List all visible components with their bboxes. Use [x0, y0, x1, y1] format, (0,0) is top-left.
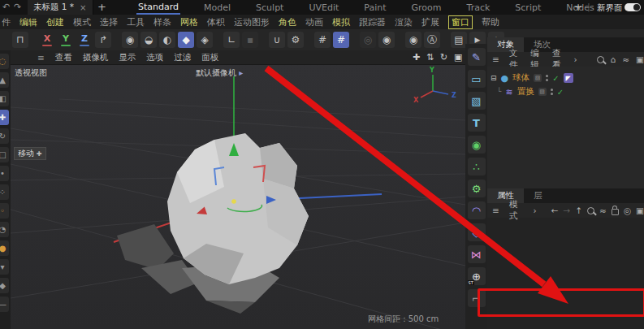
- menu-select[interactable]: 选择: [100, 16, 118, 28]
- menu-render[interactable]: 渲染: [395, 16, 413, 28]
- tab-layers[interactable]: 层: [524, 188, 552, 203]
- layout-tab-sculpt[interactable]: Sculpt: [254, 2, 285, 14]
- om-home-icon[interactable]: ⌂: [611, 54, 616, 64]
- polygons-mode-icon[interactable]: ◐: [159, 32, 175, 48]
- undo-icon[interactable]: ↶: [2, 0, 10, 15]
- am-popout-icon[interactable]: ▣: [636, 206, 644, 215]
- enabled-check-icon[interactable]: ✓: [557, 88, 564, 97]
- asset-browser-icon[interactable]: Ⓐ: [424, 32, 440, 48]
- maximize-view-icon[interactable]: ▣: [454, 52, 462, 63]
- object-row-displacer[interactable]: └ ≋ 置换 ▨ ✓: [497, 85, 564, 98]
- lock-x-axis-button[interactable]: X: [39, 32, 55, 48]
- edit-toggle-icon[interactable]: ▨: [534, 74, 542, 82]
- edges-mode-icon[interactable]: ◒: [140, 32, 157, 48]
- grid-snap-active-icon[interactable]: #: [333, 32, 349, 48]
- rotate-view-icon[interactable]: ↻: [440, 52, 447, 63]
- am-hamburger-icon[interactable]: ≡: [492, 206, 499, 215]
- tool-icon[interactable]: ◆: [0, 278, 9, 293]
- enabled-check-icon[interactable]: ✓: [552, 74, 559, 83]
- corner-snap-icon[interactable]: ∟: [223, 32, 240, 48]
- plane-primitive-icon[interactable]: ▭: [468, 70, 486, 88]
- object-name-sphere[interactable]: 球体: [512, 72, 529, 84]
- viewport-menu-view[interactable]: 查看: [55, 52, 72, 63]
- scale-tool-icon[interactable]: □: [0, 147, 9, 162]
- am-filter-icon[interactable]: ≈: [599, 206, 607, 215]
- am-lock-icon[interactable]: [612, 209, 619, 215]
- tool-icon[interactable]: ◦: [0, 203, 9, 219]
- menu-window[interactable]: 窗口: [448, 15, 473, 29]
- menu-tracker[interactable]: 跟踪器: [359, 16, 386, 28]
- rotate-tool-icon[interactable]: ↻: [0, 128, 9, 144]
- subdivision-surface-icon[interactable]: ◉: [468, 136, 486, 154]
- live-selection-icon[interactable]: ◌: [0, 54, 9, 69]
- layout-tab-standard[interactable]: Standard: [136, 1, 180, 15]
- snap-settings-gear-icon[interactable]: ⚙: [287, 32, 304, 48]
- add-layout-button[interactable]: +: [574, 2, 582, 13]
- magnet-snap-icon[interactable]: ∪: [269, 32, 285, 48]
- tool-icon[interactable]: •: [0, 166, 9, 181]
- render-region-icon[interactable]: ◎: [360, 32, 376, 48]
- am-target-icon[interactable]: ◎: [624, 206, 631, 215]
- tool-icon[interactable]: ◔: [0, 222, 9, 237]
- om-menu-more-icon[interactable]: ›: [573, 54, 577, 64]
- partial-palette-icon[interactable]: ⌐: [468, 289, 486, 307]
- viewport-hamburger-icon[interactable]: ≡: [37, 53, 45, 63]
- menu-simulate[interactable]: 模拟: [332, 16, 350, 28]
- instance-axis-icon[interactable]: ◇: [468, 223, 486, 241]
- am-back-icon[interactable]: ←: [551, 206, 559, 215]
- redo-icon[interactable]: ↷: [14, 0, 21, 15]
- om-hamburger-icon[interactable]: ≡: [492, 54, 499, 64]
- om-search-icon[interactable]: [597, 56, 604, 63]
- tool-icon[interactable]: ⁘: [0, 184, 9, 200]
- am-mode-label[interactable]: 模式: [509, 199, 524, 222]
- visibility-dots[interactable]: [551, 89, 553, 95]
- generator-gear-icon[interactable]: ⚙: [468, 180, 486, 197]
- om-filter-icon[interactable]: ≈: [622, 54, 629, 64]
- layout-tab-track[interactable]: Track: [465, 2, 492, 14]
- menu-character[interactable]: 角色: [279, 16, 296, 28]
- cloner-icon[interactable]: ∴: [468, 158, 486, 175]
- coordinate-system-icon[interactable]: ↱: [95, 32, 111, 48]
- gizmo-center-dot[interactable]: [231, 199, 236, 204]
- object-row-sphere[interactable]: ⊟ ● 球体 ▨ ✓ ◤: [491, 71, 573, 84]
- grid-snap-icon[interactable]: #: [314, 32, 331, 48]
- viewport-3d[interactable]: Y X Z ≡ 查看 摄像机 显示 选项 过滤 面板 ✚ ⇅ ↻ ▣ 透视视图 …: [11, 50, 466, 329]
- expand-icon[interactable]: ⊟: [491, 74, 497, 82]
- lock-z-axis-button[interactable]: Z: [76, 32, 93, 48]
- om-popout-icon[interactable]: ▣: [636, 54, 644, 64]
- menu-extensions[interactable]: 扩展: [421, 16, 439, 28]
- material-manager-icon[interactable]: ◉: [405, 32, 421, 48]
- select-arrow-icon[interactable]: ▲: [0, 72, 9, 88]
- move-tool-icon[interactable]: ✚: [0, 110, 9, 125]
- fracture-mode-icon[interactable]: ◈: [197, 32, 213, 48]
- text-object-icon[interactable]: T: [468, 114, 486, 132]
- menu-create[interactable]: 创建: [46, 16, 64, 28]
- new-interface-toggle[interactable]: [625, 3, 641, 11]
- model-mode-icon[interactable]: ◆: [178, 32, 194, 48]
- lock-y-axis-button[interactable]: Y: [58, 32, 74, 48]
- render-settings-icon[interactable]: ◉: [378, 32, 395, 48]
- close-tab-icon[interactable]: ×: [80, 3, 86, 12]
- dolly-zoom-icon[interactable]: ⇅: [426, 52, 434, 63]
- menu-animate[interactable]: 动画: [305, 16, 323, 28]
- am-search-icon[interactable]: [587, 207, 594, 214]
- tool-icon[interactable]: ◧: [0, 91, 9, 106]
- scene-nodes-globe-icon[interactable]: ⊕ ST: [468, 267, 486, 285]
- viewport-menu-camera[interactable]: 摄像机: [83, 52, 109, 63]
- menu-spline[interactable]: 样条: [153, 16, 171, 28]
- cube-primitive-icon[interactable]: ▧: [468, 92, 486, 110]
- viewport-menu-display[interactable]: 显示: [119, 52, 136, 63]
- deformer-arc-icon[interactable]: ◠: [468, 201, 486, 219]
- menu-file-partial[interactable]: 件: [2, 16, 11, 28]
- am-up-icon[interactable]: ↑: [575, 206, 582, 215]
- phong-tag-icon[interactable]: ◤: [564, 73, 573, 83]
- workplane-icon[interactable]: ⊓: [12, 32, 28, 48]
- spline-pen-icon[interactable]: ✎: [468, 48, 486, 66]
- points-mode-icon[interactable]: ◉: [122, 32, 138, 48]
- new-document-button[interactable]: +: [97, 0, 106, 15]
- symmetry-icon[interactable]: ⋈: [468, 245, 486, 263]
- viewport-menu-panel[interactable]: 面板: [201, 52, 218, 63]
- menu-tools[interactable]: 工具: [127, 16, 145, 28]
- viewport-menu-options[interactable]: 选项: [146, 52, 163, 63]
- render-view-button[interactable]: ▤: [451, 32, 467, 48]
